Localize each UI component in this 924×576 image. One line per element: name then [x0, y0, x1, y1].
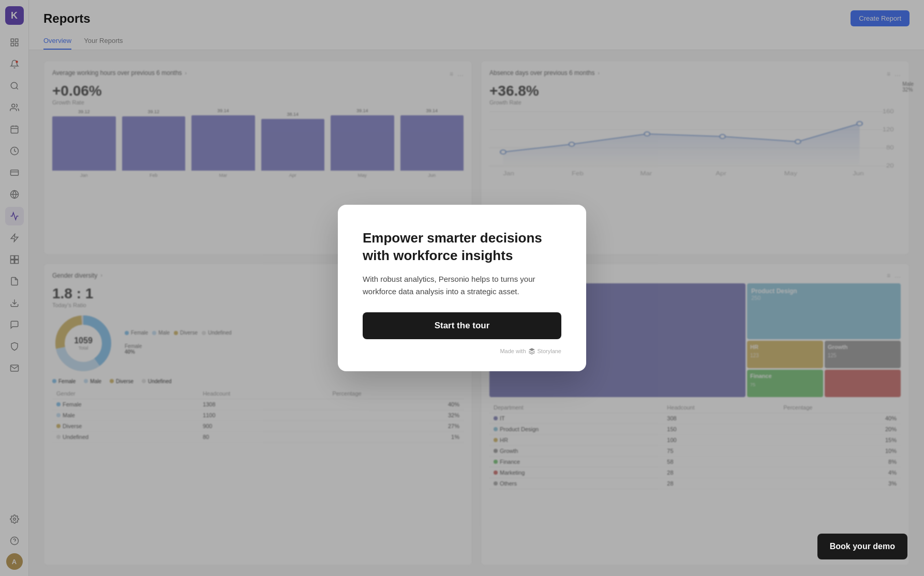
start-tour-button[interactable]: Start the tour: [363, 312, 561, 339]
tour-modal: Empower smarter decisions with workforce…: [338, 205, 586, 371]
made-with-label: Made with: [500, 348, 526, 354]
modal-footer: Made with Storylane: [363, 347, 561, 355]
modal-title: Empower smarter decisions with workforce…: [363, 230, 561, 265]
book-demo-button[interactable]: Book your demo: [817, 534, 907, 559]
modal-body: With robust analytics, Personio helps to…: [363, 273, 561, 298]
storylane-icon: [528, 347, 535, 355]
modal-overlay: Empower smarter decisions with workforce…: [0, 0, 924, 576]
storylane-label: Storylane: [538, 348, 561, 354]
